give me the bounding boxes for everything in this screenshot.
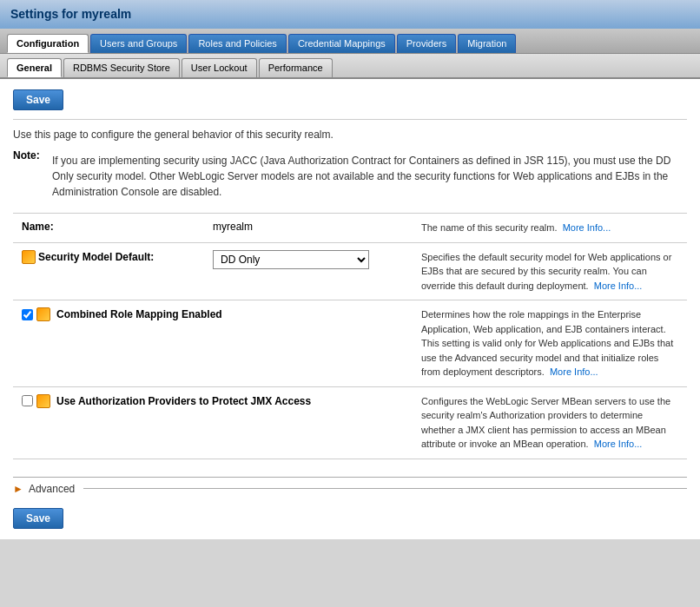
combined-role-icon <box>36 307 50 321</box>
table-row: Combined Role Mapping Enabled Determines… <box>13 300 687 387</box>
field-name-label: Name: <box>13 214 204 243</box>
field-name-desc: The name of this security realm. More In… <box>413 214 687 243</box>
tab-general[interactable]: General <box>7 58 62 77</box>
combined-role-desc: Determines how the role mappings in the … <box>413 300 687 387</box>
tab-credential-mappings[interactable]: Credential Mappings <box>288 34 395 53</box>
save-button-bottom[interactable]: Save <box>13 508 63 529</box>
tab-migration[interactable]: Migration <box>458 34 516 53</box>
field-name-value: myrealm <box>204 214 413 243</box>
auth-provider-icon <box>36 394 50 408</box>
tab-user-lockout[interactable]: User Lockout <box>182 58 257 77</box>
tab-performance[interactable]: Performance <box>259 58 333 77</box>
name-more-info[interactable]: More Info... <box>563 222 611 233</box>
config-table: Name: myrealm The name of this security … <box>13 213 687 459</box>
table-row: Security Model Default: DD Only Advanced… <box>13 242 687 300</box>
combined-role-label[interactable]: Combined Role Mapping Enabled <box>22 307 404 321</box>
page-title: Settings for myrealm <box>0 0 700 29</box>
table-row: Use Authorization Providers to Protect J… <box>13 386 687 459</box>
auth-provider-label[interactable]: Use Authorization Providers to Protect J… <box>22 394 404 408</box>
tab-row-2: General RDBMS Security Store User Lockou… <box>0 54 700 79</box>
tab-row-1: Configuration Users and Groups Roles and… <box>0 29 700 54</box>
save-button-top[interactable]: Save <box>13 89 63 110</box>
auth-provider-more-info[interactable]: More Info... <box>594 439 643 449</box>
combined-role-cell: Combined Role Mapping Enabled <box>13 300 413 387</box>
security-model-more-info[interactable]: More Info... <box>594 280 643 291</box>
tab-users-groups[interactable]: Users and Groups <box>90 34 187 53</box>
page-wrapper: Settings for myrealm Configuration Users… <box>0 0 700 539</box>
note-text: If you are implementing security using J… <box>52 153 687 200</box>
intro-text: Use this page to configure the general b… <box>13 129 687 141</box>
advanced-section: ► Advanced <box>13 477 687 495</box>
auth-provider-cell: Use Authorization Providers to Protect J… <box>13 386 413 459</box>
security-model-desc: Specifies the default security model for… <box>413 242 687 300</box>
security-model-label: Security Model Default: <box>13 242 204 300</box>
tab-configuration[interactable]: Configuration <box>7 34 89 53</box>
security-model-value[interactable]: DD Only Advanced Custom Roles Custom Rol… <box>204 242 413 300</box>
auth-provider-checkbox[interactable] <box>22 395 33 406</box>
note-label: Note: <box>13 149 40 162</box>
advanced-divider <box>83 488 687 489</box>
content-area: Save Use this page to configure the gene… <box>0 79 700 539</box>
auth-provider-desc: Configures the WebLogic Server MBean ser… <box>413 386 687 459</box>
tab-roles-policies[interactable]: Roles and Policies <box>188 34 287 53</box>
combined-role-more-info[interactable]: More Info... <box>550 366 598 377</box>
table-row: Name: myrealm The name of this security … <box>13 214 687 243</box>
security-model-icon <box>22 250 36 264</box>
combined-role-checkbox[interactable] <box>22 309 33 320</box>
tab-rdbms-security[interactable]: RDBMS Security Store <box>63 58 180 77</box>
tab-providers[interactable]: Providers <box>397 34 456 53</box>
advanced-label: Advanced <box>29 483 75 495</box>
advanced-arrow-icon[interactable]: ► <box>13 483 23 495</box>
security-model-dropdown[interactable]: DD Only Advanced Custom Roles Custom Rol… <box>213 250 369 269</box>
